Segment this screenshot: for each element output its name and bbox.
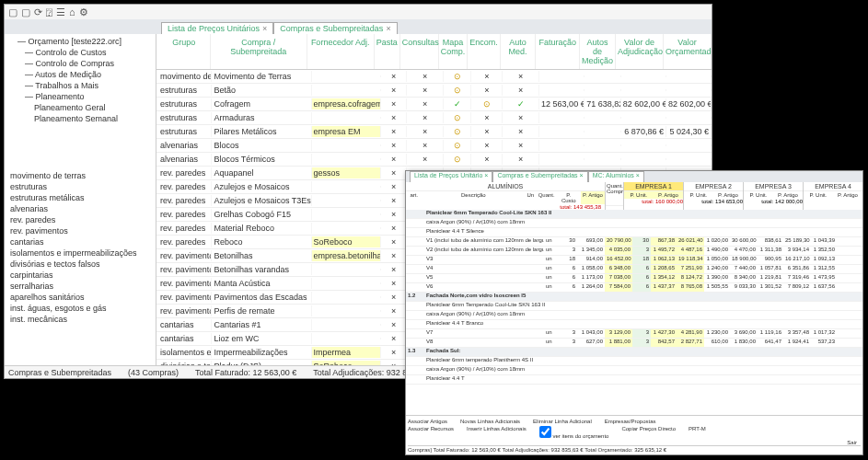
tab-compras[interactable]: Compras e Subempreitadas×: [273, 22, 397, 34]
tool-icon[interactable]: ⍰: [46, 6, 52, 17]
detail-row[interactable]: Planiclear 6mm Temperado Cool-Lite SKN 1…: [406, 210, 862, 219]
detail-row[interactable]: V7un31 043,003 129,0031 427,304 281,901 …: [406, 329, 862, 339]
col-header[interactable]: Valor de Adjudicação: [616, 34, 664, 69]
tab[interactable]: Lista de Preços Unitário×: [410, 171, 492, 182]
col-header[interactable]: Pasta: [375, 34, 400, 69]
tab-lista-precos[interactable]: Lista de Preços Unitários×: [161, 22, 273, 34]
col-header[interactable]: Auto Med.: [501, 34, 537, 69]
footer-link[interactable]: Empresas/Propostas: [605, 419, 656, 424]
footer: Associar ArtigosNovas Linhas AdicionaisE…: [406, 415, 862, 454]
col-header[interactable]: Grupo: [156, 34, 211, 69]
category-item[interactable]: rev. pavimentos: [6, 225, 154, 236]
status-totals: Compras] Total Faturado: 12 563,00 € Tot…: [408, 445, 861, 453]
detail-row[interactable]: V3un18914,0016 452,00181 062,1319 118,34…: [406, 256, 862, 265]
category-item[interactable]: inst. águas, esgotos e gás: [6, 303, 154, 314]
detail-row[interactable]: Planiclear 4.4 T Branco: [406, 320, 862, 329]
table-row[interactable]: estruturasBetão××⊙××: [156, 84, 712, 98]
table-row[interactable]: movimento deMovimento de Terras××⊙××: [156, 70, 712, 84]
tree-item[interactable]: — Controlo de Custos: [6, 47, 154, 58]
toolbar: ▢ ▢ ⟳ ⍰ ☰ ⌂ ⚙: [5, 5, 712, 19]
detail-row[interactable]: 1.2Fachada Norte,com vidro Isoscreen I5: [406, 293, 862, 302]
empresa-header[interactable]: EMPRESA 4: [804, 182, 862, 191]
empresa-header[interactable]: EMPRESA 1: [624, 182, 683, 191]
col-header[interactable]: Faturação: [536, 34, 580, 69]
category-item[interactable]: divisórias e tectos falsos: [6, 259, 154, 270]
tab-bar: Lista de Preços Unitários× Compras e Sub…: [5, 19, 712, 34]
tab-bar: Lista de Preços Unitário× Compras e Sube…: [406, 171, 862, 182]
col-header[interactable]: Encom.: [468, 34, 501, 69]
tree-item[interactable]: — Orçamento [teste222.orc]: [6, 36, 154, 47]
detail-row[interactable]: V1 (incluí tubo de alumínio com 120mm de…: [406, 237, 862, 247]
table-row[interactable]: alvenariasBlocos Térmicos××⊙××: [156, 153, 712, 167]
detail-row[interactable]: caixa Argon (90%) / Ar(10%) com 18mm: [406, 219, 862, 228]
col-header[interactable]: Valor Orçamentado: [664, 34, 712, 69]
detail-row[interactable]: V4un61 058,006 348,0061 208,657 251,901 …: [406, 265, 862, 274]
detail-row[interactable]: caixa Argon (90%) / Ar(10%) com 18mm: [406, 311, 862, 320]
close-icon[interactable]: ×: [636, 172, 640, 182]
category-item[interactable]: rev. paredes: [6, 214, 154, 225]
detail-row[interactable]: V2 (incluí tubo de alumínio com 120mm de…: [406, 247, 862, 256]
category-item[interactable]: movimento de terras: [6, 170, 154, 181]
tool-icon[interactable]: ⌂: [69, 6, 75, 17]
group-title: ALUMÍNIOS: [406, 182, 605, 191]
comparison-window: Lista de Preços Unitário× Compras e Sube…: [405, 170, 863, 455]
table-row[interactable]: estruturasCofragemempresa.cofragem××✓⊙✓1…: [156, 98, 712, 111]
footer-link[interactable]: Inserir Linhas Adicionais: [467, 426, 527, 439]
detail-row[interactable]: Planiclear 4.4 T Silence: [406, 228, 862, 237]
detail-row[interactable]: Planiclear 4.4 T: [406, 375, 862, 385]
tree-item[interactable]: — Planeamento: [6, 91, 154, 102]
col-header[interactable]: Fornecedor Adj.: [307, 34, 375, 69]
detail-row[interactable]: caixa Argon (90%) / Ar(10%) com 18mm: [406, 366, 862, 375]
empresa-header[interactable]: EMPRESA 3: [744, 182, 803, 191]
tree-item[interactable]: Planeamento Semanal: [6, 113, 154, 124]
category-item[interactable]: alvenarias: [6, 203, 154, 214]
category-item[interactable]: estruturas metálicas: [6, 192, 154, 203]
empresa-header[interactable]: EMPRESA 2: [684, 182, 743, 191]
category-item[interactable]: aparelhos sanitários: [6, 292, 154, 303]
category-item[interactable]: carpintarias: [6, 270, 154, 281]
close-icon[interactable]: ×: [386, 24, 390, 33]
footer-link[interactable]: Eliminar Linha Adicional: [533, 419, 592, 424]
tool-icon[interactable]: ▢: [8, 6, 17, 18]
tool-icon[interactable]: ⚙: [79, 6, 88, 18]
col-header[interactable]: Autos de Medição: [580, 34, 616, 69]
tree-item[interactable]: — Autos de Medição: [6, 69, 154, 80]
tree-item[interactable]: — Trabalhos a Mais: [6, 80, 154, 91]
sidebar: — Orçamento [teste222.orc]— Controlo de …: [5, 34, 156, 365]
col-header[interactable]: Mapa Comp.: [439, 34, 469, 69]
tool-icon[interactable]: ⟳: [34, 6, 42, 18]
tool-icon[interactable]: ▢: [21, 6, 30, 18]
tab[interactable]: MC: Alumínios×: [588, 171, 644, 182]
footer-link[interactable]: PRT-M: [689, 426, 706, 439]
tab[interactable]: Compras e Subempreitadas×: [492, 171, 587, 182]
footer-link[interactable]: Copiar Preços Directo: [621, 426, 676, 439]
close-icon[interactable]: ×: [484, 172, 488, 182]
footer-link[interactable]: Associar Recursos: [408, 426, 454, 439]
footer-link[interactable]: ver itens do orçamento: [539, 426, 609, 439]
col-header[interactable]: Compra / Subempreitada: [211, 34, 307, 69]
footer-link[interactable]: Novas Linhas Adicionais: [460, 419, 520, 424]
detail-row[interactable]: Planiclear 6mm temperado Planitherm 4S I…: [406, 357, 862, 366]
detail-row[interactable]: Planiclear 6mm Temperado Cool-Lite SKN 1…: [406, 302, 862, 311]
footer-link[interactable]: Associar Artigos: [408, 419, 447, 424]
table-row[interactable]: alvenariasBlocos××⊙××: [156, 139, 712, 153]
category-item[interactable]: cantarias: [6, 236, 154, 247]
tree-item[interactable]: — Controlo de Compras: [6, 58, 154, 69]
close-icon[interactable]: ×: [580, 172, 584, 182]
table-row[interactable]: estruturasArmaduras××⊙××: [156, 111, 712, 125]
category-item[interactable]: serralharias: [6, 281, 154, 292]
detail-row[interactable]: V5un61 173,007 038,0061 354,128 124,721 …: [406, 274, 862, 283]
detail-row[interactable]: V8un3627,001 881,003842,572 827,71610,00…: [406, 339, 862, 348]
category-item[interactable]: inst. mecânicas: [6, 314, 154, 325]
close-icon[interactable]: ×: [262, 24, 267, 33]
detail-row[interactable]: 1.3Fachada Sul:: [406, 348, 862, 357]
sair-button[interactable]: Sair: [847, 440, 857, 445]
tree-item[interactable]: Planeamento Geral: [6, 102, 154, 113]
tool-icon[interactable]: ☰: [56, 6, 65, 18]
col-header[interactable]: Consultas: [400, 34, 439, 69]
category-item[interactable]: estruturas: [6, 181, 154, 192]
table-row[interactable]: estruturasPilares Metálicosempresa EM××⊙…: [156, 125, 712, 139]
ver-itens-checkbox[interactable]: [539, 426, 551, 438]
detail-row[interactable]: V6un61 264,007 584,0061 437,378 765,081 …: [406, 283, 862, 293]
category-item[interactable]: isolamentos e impermeabilizações: [6, 247, 154, 259]
